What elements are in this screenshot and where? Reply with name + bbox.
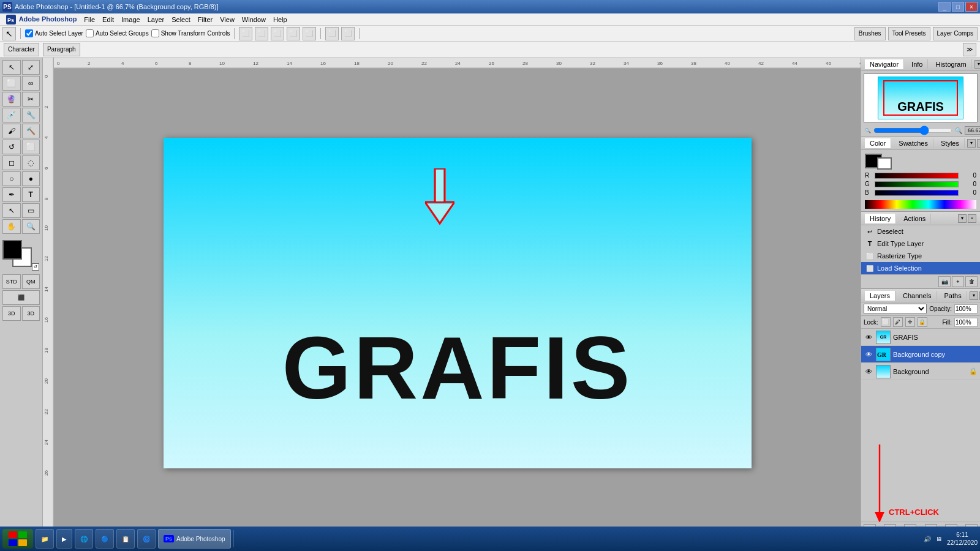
quickmask-mode[interactable]: QM — [22, 274, 40, 289]
tab-layers[interactable]: Layers — [865, 291, 895, 301]
brush-tool[interactable]: 🖌 — [2, 124, 21, 138]
dist-horiz-btn[interactable]: ⬜ — [325, 27, 339, 40]
char-panel-collapse[interactable]: ≫ — [963, 43, 976, 56]
lasso-tool[interactable]: ∞ — [22, 76, 40, 91]
menu-edit[interactable]: Edit — [99, 15, 118, 24]
tab-histogram[interactable]: Histogram — [930, 59, 971, 69]
3d-tool2[interactable]: 3D — [22, 306, 40, 321]
layer-eye-grafis[interactable]: 👁 — [864, 332, 873, 342]
para-panel-btn[interactable]: Paragraph — [43, 43, 80, 56]
history-item-deselect[interactable]: ↩ Deselect — [861, 225, 980, 238]
fill-input[interactable] — [954, 318, 978, 327]
align-right-btn[interactable]: ⬜ — [271, 27, 284, 40]
clone-tool[interactable]: 🔨 — [22, 124, 40, 138]
taskbar-swirl-btn[interactable]: 🌀 — [137, 529, 156, 549]
history-brush-tool[interactable]: ↺ — [2, 140, 21, 154]
artboard-tool[interactable]: ⤢ — [22, 60, 40, 75]
pen-tool[interactable]: ✒ — [2, 187, 21, 202]
tab-styles[interactable]: Styles — [936, 138, 965, 148]
menu-item-ps[interactable]: Ps Adobe Photoshop — [2, 13, 80, 26]
lock-position-btn[interactable]: ✛ — [905, 317, 915, 327]
taskbar-browser-btn[interactable]: 🌐 — [75, 529, 93, 549]
dodge-tool[interactable]: ○ — [2, 171, 21, 186]
navigator-collapse-btn[interactable]: ▾ — [974, 60, 980, 69]
layer-eye-bg-copy[interactable]: 👁 — [864, 350, 873, 359]
tool-presets-tab[interactable]: Tool Presets — [888, 27, 930, 40]
main-canvas[interactable]: GRAFIS — [164, 138, 752, 468]
menu-filter[interactable]: Filter — [194, 15, 216, 24]
history-item-load-selection[interactable]: ⬜ Load Selection — [861, 262, 980, 274]
auto-select-layer-check[interactable]: Auto Select Layer — [25, 29, 83, 37]
zoom-tool[interactable]: 🔍 — [22, 219, 40, 234]
taskbar-explorer-btn[interactable]: 📁 — [36, 529, 54, 549]
lock-transparent-btn[interactable]: ⬜ — [881, 317, 891, 327]
layer-eye-background[interactable]: 👁 — [864, 367, 873, 377]
dist-vert-btn[interactable]: ⬜ — [341, 27, 355, 40]
hand-tool[interactable]: ✋ — [2, 219, 21, 234]
type-tool[interactable]: T — [22, 187, 40, 202]
menu-help[interactable]: Help — [270, 15, 291, 24]
auto-select-groups-check[interactable]: Auto Select Groups — [86, 29, 149, 37]
tab-history[interactable]: History — [865, 214, 896, 223]
maximize-button[interactable]: □ — [952, 2, 964, 12]
align-top-btn[interactable]: ⬜ — [287, 27, 300, 40]
show-transform-checkbox[interactable] — [151, 29, 159, 37]
align-center-btn[interactable]: ⬜ — [255, 27, 268, 40]
color-picker[interactable]: ↺ — [2, 240, 39, 271]
color-collapse-btn[interactable]: ▾ — [967, 139, 976, 148]
history-close-btn[interactable]: × — [968, 214, 976, 223]
taskbar-paint-btn[interactable]: 🔵 — [96, 529, 114, 549]
shape-tool[interactable]: ▭ — [22, 203, 40, 218]
tab-actions[interactable]: Actions — [899, 214, 931, 223]
tab-channels[interactable]: Channels — [898, 291, 937, 301]
show-transform-check[interactable]: Show Transform Controls — [151, 29, 230, 37]
tab-color[interactable]: Color — [865, 138, 891, 148]
color-close-btn[interactable]: × — [977, 139, 980, 148]
healing-tool[interactable]: 🔧 — [22, 108, 40, 122]
color-spectrum[interactable] — [865, 200, 976, 209]
taskbar-ps-btn[interactable]: Ps Adobe Photoshop — [158, 529, 231, 549]
layer-comps-tab[interactable]: Layer Comps — [933, 27, 978, 40]
3d-rotate[interactable]: 3D — [2, 306, 21, 321]
align-middle-btn[interactable]: ⬜ — [303, 27, 316, 40]
start-button[interactable] — [2, 529, 33, 549]
blur-tool[interactable]: ◌ — [22, 156, 40, 170]
eyedropper-tool[interactable]: 💉 — [2, 108, 21, 122]
path-select-tool[interactable]: ↖ — [2, 203, 21, 218]
rect-select-tool[interactable]: ⬜ — [2, 76, 21, 91]
layer-item-bg-copy[interactable]: 👁 GR Background copy — [861, 346, 980, 363]
layers-collapse-btn[interactable]: ▾ — [970, 291, 978, 300]
menu-layer[interactable]: Layer — [144, 15, 168, 24]
close-button[interactable]: × — [965, 2, 978, 12]
canvas-wrapper[interactable]: GRAFIS — [54, 69, 861, 538]
brushes-tab[interactable]: Brushes — [854, 27, 886, 40]
screen-mode[interactable]: ⬛ — [2, 290, 40, 305]
menu-select[interactable]: Select — [168, 15, 194, 24]
quick-select-tool[interactable]: 🔮 — [2, 92, 21, 107]
bg-color-swatch[interactable] — [877, 157, 892, 170]
move-tool[interactable]: ↖ — [2, 60, 21, 75]
menu-window[interactable]: Window — [238, 15, 270, 24]
tab-navigator[interactable]: Navigator — [865, 59, 904, 69]
taskbar-media-btn[interactable]: ▶ — [56, 529, 72, 549]
layer-item-background[interactable]: 👁 Background 🔒 — [861, 363, 980, 380]
tab-paths[interactable]: Paths — [940, 291, 967, 301]
blend-mode-select[interactable]: Normal Multiply Screen — [864, 304, 927, 314]
collapse-char-icon[interactable]: ≫ — [963, 43, 976, 56]
lock-all-btn[interactable]: 🔒 — [918, 317, 927, 327]
taskbar-clip-btn[interactable]: 📋 — [116, 529, 135, 549]
history-item-edit-type[interactable]: T Edit Type Layer — [861, 238, 980, 250]
default-colors-icon[interactable]: ↺ — [32, 263, 39, 271]
menu-view[interactable]: View — [216, 15, 238, 24]
layer-item-grafis[interactable]: 👁 GR GRAFIS — [861, 329, 980, 346]
menu-image[interactable]: Image — [118, 15, 144, 24]
foreground-color[interactable] — [2, 240, 22, 260]
history-collapse-btn[interactable]: ▾ — [958, 214, 967, 223]
tab-swatches[interactable]: Swatches — [894, 138, 933, 148]
auto-select-groups-checkbox[interactable] — [86, 29, 94, 37]
opacity-input[interactable] — [954, 304, 978, 313]
burn-tool[interactable]: ● — [22, 171, 40, 186]
history-new-state-btn[interactable]: + — [952, 276, 964, 287]
menu-file[interactable]: File — [80, 15, 99, 24]
standard-mode[interactable]: STD — [2, 274, 21, 289]
